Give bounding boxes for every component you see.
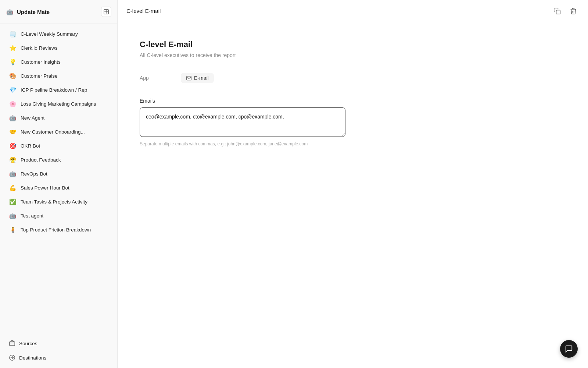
c-level-weekly-summary-label: C-Level Weekly Summary: [21, 31, 78, 37]
sidebar-item-top-product-friction[interactable]: 🧍Top Product Friction Breakdown: [3, 223, 114, 237]
sidebar-item-revops-bot[interactable]: 🤖RevOps Bot: [3, 167, 114, 181]
customer-praise-label: Customer Praise: [21, 73, 58, 79]
sidebar-item-clerk-io-reviews[interactable]: ⭐Clerk.io Reviews: [3, 41, 114, 55]
topbar-title: C-level E-mail: [126, 8, 161, 14]
c-level-weekly-summary-icon: 🗒️: [9, 31, 17, 38]
app-name: Update Mate: [17, 9, 50, 15]
sources-icon: [9, 340, 15, 347]
new-customer-onboarding-icon: 🤝: [9, 128, 17, 135]
okr-bot-icon: 🎯: [9, 142, 17, 149]
sidebar-item-customer-praise[interactable]: 🎨Customer Praise: [3, 69, 114, 83]
revops-bot-icon: 🤖: [9, 170, 17, 177]
sidebar-item-destinations[interactable]: Destinations: [3, 351, 114, 365]
icp-pipeline-breakdown-label: ICP Pipeline Breakdown / Rep: [21, 87, 87, 93]
copy-icon: [553, 7, 561, 15]
delete-button[interactable]: [567, 5, 579, 17]
sidebar-item-sources[interactable]: Sources: [3, 336, 114, 350]
sidebar-item-product-feedback[interactable]: 😤Product Feedback: [3, 153, 114, 167]
sidebar-item-customer-insights[interactable]: 💡Customer Insights: [3, 55, 114, 69]
chat-fab-button[interactable]: [560, 340, 578, 358]
svg-rect-6: [556, 10, 560, 14]
sidebar-nav: 🗒️C-Level Weekly Summary⭐Clerk.io Review…: [0, 24, 117, 333]
loss-giving-marketing-label: Loss Giving Marketing Campaigns: [21, 101, 96, 107]
top-product-friction-icon: 🧍: [9, 226, 17, 233]
main-content: C-level E-mail C-level E-mail All C-leve…: [118, 0, 588, 368]
email-badge-label: E-mail: [194, 75, 209, 81]
sources-label: Sources: [19, 341, 37, 346]
email-badge: E-mail: [181, 73, 214, 83]
new-customer-onboarding-label: New Customer Onboarding...: [21, 129, 85, 135]
app-icon: 🤖: [6, 8, 14, 15]
sidebar-item-test-agent[interactable]: 🤖Test agent: [3, 209, 114, 223]
clerk-io-reviews-icon: ⭐: [9, 45, 17, 52]
sidebar-item-team-tasks-projects[interactable]: ✅Team Tasks & Projects Activity: [3, 195, 114, 209]
sidebar-item-sales-power-hour-bot[interactable]: 💪Sales Power Hour Bot: [3, 181, 114, 195]
emails-hint: Separate multiple emails with commas, e.…: [140, 141, 566, 146]
emails-label: Emails: [140, 98, 566, 104]
test-agent-label: Test agent: [21, 213, 43, 219]
sidebar-header: 🤖 Update Mate: [0, 0, 117, 24]
sales-power-hour-bot-icon: 💪: [9, 184, 17, 191]
loss-giving-marketing-icon: 🌸: [9, 100, 17, 107]
customer-insights-icon: 💡: [9, 59, 17, 66]
page-subheading: All C-level executives to receive the re…: [140, 52, 566, 58]
add-agent-button[interactable]: [101, 7, 111, 17]
emails-input[interactable]: [140, 107, 345, 137]
clerk-io-reviews-label: Clerk.io Reviews: [21, 45, 58, 51]
test-agent-icon: 🤖: [9, 212, 17, 219]
sidebar-item-loss-giving-marketing[interactable]: 🌸Loss Giving Marketing Campaigns: [3, 97, 114, 111]
destinations-icon: [9, 354, 15, 361]
destinations-label: Destinations: [19, 355, 46, 361]
sidebar: 🤖 Update Mate 🗒️C-Level Weekly Summary⭐C…: [0, 0, 118, 368]
svg-rect-7: [187, 76, 191, 80]
page-content: C-level E-mail All C-level executives to…: [118, 22, 588, 368]
sidebar-footer: Sources Destinations: [0, 333, 117, 368]
email-icon: [186, 75, 192, 81]
new-agent-icon: 🤖: [9, 114, 17, 121]
topbar-actions: [551, 5, 579, 17]
svg-rect-3: [10, 342, 15, 346]
customer-insights-label: Customer Insights: [21, 59, 61, 65]
page-title: C-level E-mail: [140, 40, 566, 49]
top-product-friction-label: Top Product Friction Breakdown: [21, 227, 91, 233]
team-tasks-projects-icon: ✅: [9, 198, 17, 205]
sales-power-hour-bot-label: Sales Power Hour Bot: [21, 185, 69, 191]
chat-icon: [565, 345, 573, 353]
team-tasks-projects-label: Team Tasks & Projects Activity: [21, 199, 87, 205]
sidebar-item-new-agent[interactable]: 🤖New Agent: [3, 111, 114, 125]
customer-praise-icon: 🎨: [9, 72, 17, 79]
app-row-label: App: [140, 75, 169, 81]
sidebar-item-icp-pipeline-breakdown[interactable]: 💎ICP Pipeline Breakdown / Rep: [3, 83, 114, 97]
okr-bot-label: OKR Bot: [21, 143, 40, 149]
new-agent-label: New Agent: [21, 115, 44, 121]
trash-icon: [570, 7, 577, 15]
product-feedback-label: Product Feedback: [21, 157, 61, 163]
sidebar-header-left: 🤖 Update Mate: [6, 8, 50, 15]
sidebar-item-okr-bot[interactable]: 🎯OKR Bot: [3, 139, 114, 153]
copy-button[interactable]: [551, 5, 563, 17]
emails-section: Emails Separate multiple emails with com…: [140, 98, 566, 146]
sidebar-item-new-customer-onboarding[interactable]: 🤝New Customer Onboarding...: [3, 125, 114, 139]
revops-bot-label: RevOps Bot: [21, 171, 47, 177]
product-feedback-icon: 😤: [9, 156, 17, 163]
icp-pipeline-breakdown-icon: 💎: [9, 86, 17, 93]
sidebar-item-c-level-weekly-summary[interactable]: 🗒️C-Level Weekly Summary: [3, 27, 114, 41]
app-row: App E-mail: [140, 73, 566, 83]
topbar: C-level E-mail: [118, 0, 588, 22]
